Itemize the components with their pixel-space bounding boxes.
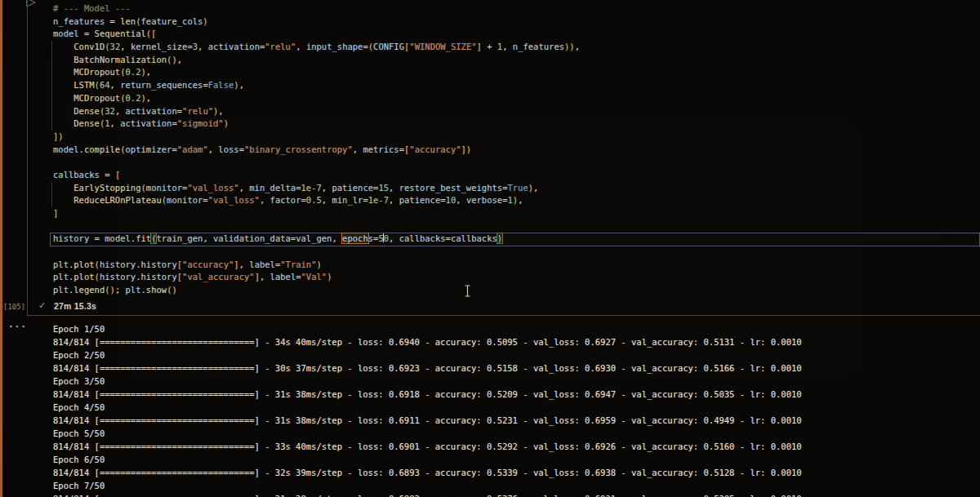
- code-token: ,: [110, 118, 121, 128]
- output-line: 814/814 [==============================]…: [53, 388, 802, 401]
- code-token: model: [105, 233, 131, 243]
- code-line: plt.legend(); plt.show(): [53, 284, 580, 297]
- output-expand-button[interactable]: ...: [8, 319, 27, 330]
- output-line: Epoch 3/50: [53, 375, 802, 388]
- code-token: ,: [389, 233, 399, 243]
- code-line: ]: [53, 207, 580, 220]
- code-token: plt: [126, 285, 141, 295]
- code-token: ): [224, 118, 229, 128]
- code-token: ,: [456, 195, 466, 205]
- code-token: label: [249, 260, 275, 269]
- code-line: plt.plot(history.history["val_accuracy"]…: [53, 271, 580, 284]
- code-token: CONFIG: [373, 42, 404, 51]
- code-token: )): [564, 42, 575, 51]
- code-token: patience: [399, 195, 441, 205]
- code-token: "accuracy": [409, 144, 461, 154]
- code-line: Dense(32, activation="relu"),: [53, 105, 580, 118]
- code-token: "relu": [265, 42, 296, 51]
- code-token: # --- Model ---: [53, 3, 131, 13]
- code-line: model.compile(optimizer="adam", loss="bi…: [53, 144, 580, 157]
- mouse-text-cursor: [464, 285, 471, 297]
- code-token: ]: [53, 208, 58, 218]
- code-line: model = Sequential([: [53, 28, 580, 41]
- code-token: "accuracy": [182, 260, 234, 269]
- code-token: model: [53, 29, 79, 38]
- code-token: min_delta: [249, 183, 296, 193]
- code-token: kernel_size: [131, 42, 188, 51]
- code-token: min_lr: [332, 195, 363, 205]
- code-editor[interactable]: # --- Model ---n_features = len(feature_…: [53, 2, 580, 297]
- code-token: ,: [146, 93, 151, 103]
- code-token: activation: [126, 106, 177, 116]
- code-token: (): [167, 55, 177, 64]
- code-token: ,: [389, 195, 399, 205]
- code-token: ): [497, 233, 502, 243]
- code-token: 0.5: [306, 195, 322, 205]
- cell-focus-bar[interactable]: [0, 0, 2, 497]
- output-line: Epoch 7/50: [53, 479, 802, 492]
- output-line: 814/814 [==============================]…: [53, 466, 802, 479]
- code-token: =: [89, 233, 105, 243]
- code-token: monitor: [146, 183, 182, 193]
- code-line: ]): [53, 131, 580, 144]
- code-token: "relu": [182, 106, 213, 116]
- code-token: optimizer: [126, 144, 172, 154]
- execution-duration: 27m 15.3s: [54, 299, 96, 313]
- output-lines: Epoch 1/50814/814 [=====================…: [53, 322, 802, 497]
- code-line: plt.plot(history.history["accuracy"], la…: [53, 259, 580, 272]
- code-token: "val_loss": [187, 183, 238, 193]
- code-token: 1e-7: [301, 183, 322, 193]
- output-line: Epoch 2/50: [53, 348, 802, 362]
- code-token: [53, 183, 74, 193]
- code-token: callbacks: [399, 233, 446, 243]
- code-token: label: [270, 272, 296, 282]
- cell-output[interactable]: Epoch 1/50814/814 [=====================…: [53, 322, 802, 497]
- output-line: 814/814 [==============================]…: [53, 492, 802, 497]
- code-token: n_features: [53, 16, 105, 26]
- code-token: Dense: [74, 106, 100, 116]
- output-line: Epoch 5/50: [53, 427, 802, 440]
- code-token: (): [167, 285, 177, 295]
- code-token: Sequential: [95, 29, 146, 38]
- code-token: restore_best_weights: [399, 183, 502, 193]
- code-line: LSTM(64, return_sequences=False),: [53, 79, 580, 92]
- code-token: plt: [53, 285, 69, 295]
- execution-success-icon: ✓: [38, 299, 46, 313]
- code-token: ,: [115, 106, 126, 116]
- code-token: "Train": [280, 260, 316, 269]
- notebook-cell-view: ▷ # --- Model ---n_features = len(featur…: [0, 0, 980, 497]
- code-token: ,: [353, 144, 363, 154]
- code-token: loss: [218, 144, 238, 154]
- run-cell-button[interactable]: ▷: [23, 0, 39, 10]
- code-token: 10: [446, 195, 457, 205]
- code-token: plt: [53, 272, 69, 282]
- code-token: train_gen: [156, 233, 203, 243]
- code-token: 0.2: [126, 93, 141, 103]
- code-token: ,: [110, 80, 121, 90]
- code-token: BatchNormalization: [74, 55, 167, 64]
- code-line: MCDropout(0.2),: [53, 92, 580, 105]
- code-token: ,: [120, 42, 131, 51]
- code-token: 15: [378, 183, 389, 193]
- code-token: 1e-7: [368, 195, 389, 205]
- code-token: 0.2: [126, 67, 141, 77]
- code-line: callbacks = [: [53, 169, 580, 182]
- output-line: Epoch 1/50: [53, 322, 802, 335]
- code-token: =: [100, 170, 115, 180]
- code-token: 64: [100, 80, 110, 90]
- code-token: factor: [270, 195, 301, 205]
- output-line: 814/814 [==============================]…: [53, 440, 802, 453]
- code-token: ,: [322, 183, 332, 193]
- code-token: return_sequences: [120, 80, 203, 90]
- code-token: input_shape: [306, 42, 363, 51]
- code-token: ,: [208, 144, 219, 154]
- code-token: =: [79, 29, 95, 38]
- code-token: [53, 80, 74, 90]
- code-token: ]): [53, 131, 64, 141]
- cell-border-left: [27, 0, 28, 316]
- code-token: ,: [146, 67, 151, 77]
- code-token: MCDropout: [74, 93, 120, 103]
- code-token: ,: [389, 183, 399, 193]
- code-token: fit: [136, 233, 151, 243]
- code-token: ,: [502, 42, 513, 51]
